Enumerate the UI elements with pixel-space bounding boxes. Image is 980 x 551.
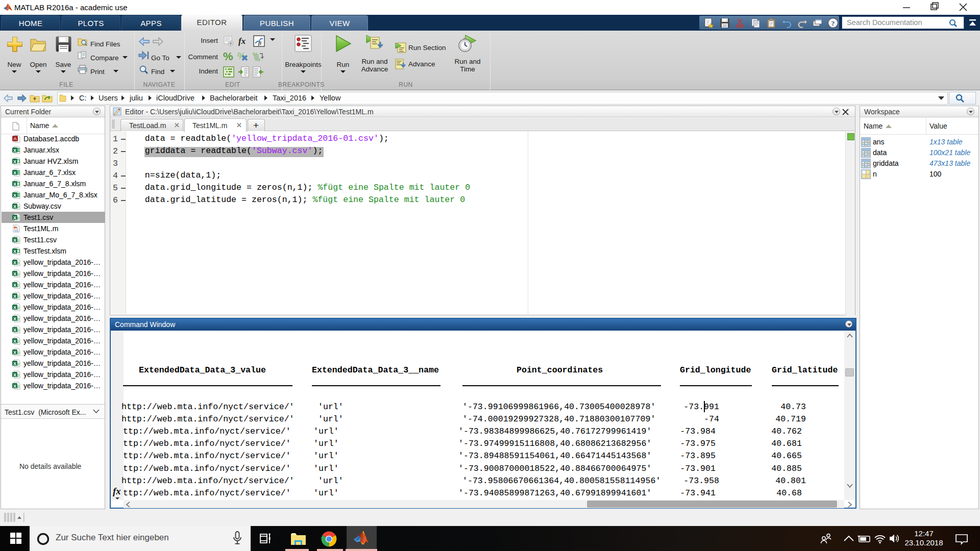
svg-text:X: X: [13, 204, 16, 209]
svg-text:X: X: [13, 260, 16, 265]
svg-text:X: X: [13, 372, 16, 378]
svg-text:X: X: [13, 249, 16, 254]
svg-text:?: ?: [831, 19, 835, 27]
svg-text:X: X: [13, 238, 16, 243]
svg-text:X: X: [13, 193, 16, 198]
svg-text:X: X: [13, 148, 16, 153]
svg-text:fx: fx: [238, 36, 246, 46]
svg-text:X: X: [13, 283, 16, 288]
svg-text:X: X: [13, 361, 16, 366]
svg-text:X: X: [13, 182, 16, 187]
svg-text:A: A: [13, 136, 16, 141]
svg-text:X: X: [13, 384, 16, 389]
svg-text:%: %: [223, 51, 233, 62]
svg-text:fi: fi: [258, 40, 261, 46]
svg-text:X: X: [13, 350, 16, 355]
svg-text:X: X: [13, 339, 16, 344]
svg-text:X: X: [13, 271, 16, 277]
svg-text:X: X: [13, 159, 16, 164]
svg-text:%: %: [237, 51, 246, 61]
svg-text:X: X: [13, 170, 16, 176]
svg-text:X: X: [13, 305, 16, 310]
svg-text:X: X: [13, 328, 16, 333]
svg-text:X: X: [13, 316, 16, 321]
svg-text:%: %: [254, 55, 260, 62]
svg-text:X: X: [13, 215, 16, 220]
svg-text:X: X: [13, 294, 16, 299]
